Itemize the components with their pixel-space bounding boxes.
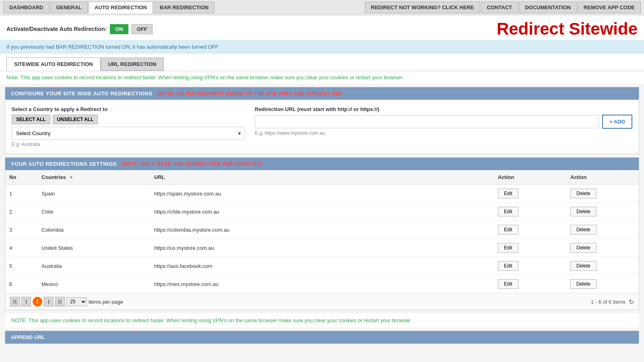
top-nav-left: DASHBOARD GENERAL AUTO REDIRECTION BAR R… — [3, 2, 215, 13]
note-text: Note: This app uses cookies to record lo… — [0, 71, 644, 84]
row-url: https://spain.mystore.com.au — [150, 185, 494, 203]
row-country: Chile — [37, 203, 150, 221]
table-row: 4 United States https://us.mystore.com.a… — [5, 239, 639, 257]
edit-button[interactable]: Edit — [498, 207, 518, 216]
add-button[interactable]: + ADD — [602, 115, 632, 129]
header-row: Activate/Deactivate Auto Redirection: ON… — [0, 15, 644, 40]
col-action-edit: Action — [494, 170, 566, 185]
country-select[interactable]: Select Country Australia Spain Chile Col… — [12, 127, 245, 140]
url-field-label: Redirection URL (must start with http://… — [255, 106, 632, 112]
page-next-button[interactable]: ⟩ — [44, 297, 54, 306]
table-section: YOUR AUTO REDIRECTIONS SETTINGS (NOTE: O… — [5, 157, 639, 310]
delete-button[interactable]: Delete — [570, 243, 597, 253]
row-country: Colombia — [37, 221, 150, 239]
url-input-row: + ADD — [255, 115, 632, 129]
per-page-select[interactable]: 25 50 100 — [66, 297, 87, 306]
row-url: https://chile.mystore.com.au — [150, 203, 494, 221]
unselect-all-button[interactable]: UNSELECT ALL — [53, 115, 98, 124]
configure-section: CONFIGURE YOUR SITE WIDE AUTO REDIRECTIO… — [5, 87, 639, 154]
page-1-button[interactable]: 1 — [33, 297, 42, 306]
tab-url-redirection[interactable]: URL REDIRECTION — [101, 58, 164, 71]
pagination-left: ⟨⟨ ⟨ 1 ⟩ ⟩⟩ 25 50 100 items per page — [10, 297, 123, 306]
edit-button[interactable]: Edit — [498, 261, 518, 271]
toggle-on-button[interactable]: ON — [110, 24, 128, 34]
page-last-button[interactable]: ⟩⟩ — [55, 297, 65, 306]
edit-button[interactable]: Edit — [498, 279, 518, 289]
table-header-row: No Countries ▼ URL Action Action — [5, 170, 639, 185]
edit-button[interactable]: Edit — [498, 189, 518, 198]
redirect-sitewide-title: Redirect Sitewide — [497, 19, 638, 39]
col-countries: Countries ▼ — [37, 170, 150, 185]
row-url: https://us.mystore.com.au — [150, 239, 494, 257]
select-all-button[interactable]: SELECT ALL — [12, 115, 50, 124]
row-url: https://mex.mystore.com.au — [150, 275, 494, 293]
pagination-row: ⟨⟨ ⟨ 1 ⟩ ⟩⟩ 25 50 100 items per page 1 -… — [5, 293, 639, 310]
tab-row: SITEWIDE AUTO REDIRECTION URL REDIRECTIO… — [0, 53, 644, 71]
filter-icon[interactable]: ▼ — [69, 175, 73, 180]
row-edit-col: Edit — [494, 221, 566, 239]
nav-documentation[interactable]: DOCUMENTATION — [519, 2, 577, 13]
append-section: APPEND URL — [5, 331, 639, 344]
pagination-info: 1 - 6 of 6 items — [591, 299, 625, 305]
configure-header-title: CONFIGURE YOUR SITE WIDE AUTO REDIRECTIO… — [11, 90, 153, 97]
row-country: United States — [37, 239, 150, 257]
row-edit-col: Edit — [494, 239, 566, 257]
note-bottom: NOTE: This app uses cookies to record lo… — [5, 313, 639, 327]
row-no: 1 — [5, 185, 37, 203]
delete-button[interactable]: Delete — [570, 279, 597, 289]
col-no: No — [5, 170, 37, 185]
page-prev-button[interactable]: ⟨ — [21, 297, 31, 306]
row-delete-col: Delete — [566, 239, 639, 257]
row-delete-col: Delete — [566, 185, 639, 203]
country-field-hint: E.g: Australia — [12, 142, 245, 147]
nav-general[interactable]: GENERAL — [50, 2, 88, 13]
nav-redirect-not-working[interactable]: REDIRECT NOT WORKING? CLICK HERE — [365, 2, 480, 13]
row-country: Australia — [37, 257, 150, 275]
top-navigation: DASHBOARD GENERAL AUTO REDIRECTION BAR R… — [0, 0, 644, 15]
row-edit-col: Edit — [494, 257, 566, 275]
redirections-table: No Countries ▼ URL Action Action 1 Spain… — [5, 170, 639, 293]
row-edit-col: Edit — [494, 275, 566, 293]
delete-button[interactable]: Delete — [570, 261, 597, 271]
row-url: https://colombia.mystore.com.au — [150, 221, 494, 239]
configure-section-body: Select a Country to apply a Redirect to … — [5, 100, 639, 154]
row-edit-col: Edit — [494, 185, 566, 203]
row-no: 4 — [5, 239, 37, 257]
items-per-page-label: items per page — [89, 299, 123, 305]
nav-dashboard[interactable]: DASHBOARD — [3, 2, 50, 13]
pagination-right: 1 - 6 of 6 items ↻ — [591, 298, 634, 306]
edit-button[interactable]: Edit — [498, 243, 518, 253]
delete-button[interactable]: Delete — [570, 225, 597, 234]
url-field-hint: E.g: https://www.mystore.com.au — [255, 130, 632, 136]
table-row: 2 Chile https://chile.mystore.com.au Edi… — [5, 203, 639, 221]
select-btn-row: SELECT ALL UNSELECT ALL — [12, 115, 245, 124]
tab-sitewide[interactable]: SITEWIDE AUTO REDIRECTION — [6, 58, 101, 71]
append-header: APPEND URL — [5, 331, 639, 343]
configure-header-warn: (NOTE: DO NOT REDIRECT USERS TO THE SITE… — [157, 91, 342, 97]
nav-bar-redirection[interactable]: BAR REDIRECTION — [154, 2, 215, 13]
delete-button[interactable]: Delete — [570, 207, 597, 216]
configure-form-row: Select a Country to apply a Redirect to … — [12, 106, 632, 147]
nav-auto-redirection[interactable]: AUTO REDIRECTION — [89, 2, 153, 13]
nav-contact[interactable]: CONTACT — [481, 2, 518, 13]
refresh-icon[interactable]: ↻ — [629, 298, 634, 306]
toggle-off-button[interactable]: OFF — [132, 24, 153, 34]
row-no: 5 — [5, 257, 37, 275]
row-country: Spain — [37, 185, 150, 203]
url-input[interactable] — [255, 115, 599, 128]
url-col: Redirection URL (must start with http://… — [255, 106, 632, 136]
delete-button[interactable]: Delete — [570, 189, 597, 198]
edit-button[interactable]: Edit — [498, 225, 518, 234]
activate-row: Activate/Deactivate Auto Redirection: ON… — [6, 24, 153, 34]
nav-remove-app-code[interactable]: REMOVE APP CODE — [578, 2, 641, 13]
row-url: https://aus.facebook.com — [150, 257, 494, 275]
row-no: 6 — [5, 275, 37, 293]
row-no: 3 — [5, 221, 37, 239]
page-first-button[interactable]: ⟨⟨ — [10, 297, 20, 306]
table-row: 5 Australia https://aus.facebook.com Edi… — [5, 257, 639, 275]
table-body: No Countries ▼ URL Action Action 1 Spain… — [5, 170, 639, 293]
row-delete-col: Delete — [566, 275, 639, 293]
table-row: 6 Mexico https://mex.mystore.com.au Edit… — [5, 275, 639, 293]
info-bar: If you previously had BAR REDIRECTION tu… — [0, 40, 644, 53]
row-country: Mexico — [37, 275, 150, 293]
